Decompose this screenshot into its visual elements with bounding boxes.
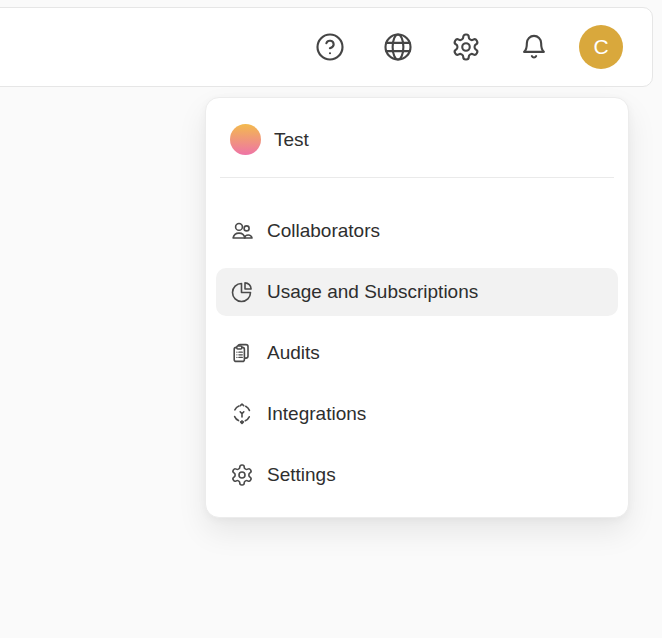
collaborators-icon [230,219,254,243]
help-button[interactable] [313,30,347,64]
settings-gear-icon [230,463,254,487]
settings-button[interactable] [449,30,483,64]
menu-item-collaborators[interactable]: Collaborators [216,207,618,255]
menu-item-settings[interactable]: Settings [216,451,618,499]
usage-pie-icon [230,280,254,304]
globe-button[interactable] [381,30,415,64]
audits-clipboard-icon [230,341,254,365]
menu-item-audits[interactable]: Audits [216,329,618,377]
integrations-icon [230,402,254,426]
menu-item-integrations[interactable]: Integrations [216,390,618,438]
bell-icon [519,32,549,62]
account-dropdown: Test Collaborators Usage and Subscriptio… [205,97,629,518]
header-bar: C [0,7,653,87]
menu-list: Collaborators Usage and Subscriptions Au… [216,207,618,499]
help-icon [315,32,345,62]
workspace-name: Test [274,129,309,151]
workspace-item[interactable]: Test [216,114,618,165]
workspace-avatar [230,124,261,155]
globe-icon [383,32,413,62]
user-avatar[interactable]: C [579,25,623,69]
menu-divider [220,177,614,178]
menu-item-usage-and-subscriptions[interactable]: Usage and Subscriptions [216,268,618,316]
notifications-button[interactable] [517,30,551,64]
gear-icon [451,32,481,62]
